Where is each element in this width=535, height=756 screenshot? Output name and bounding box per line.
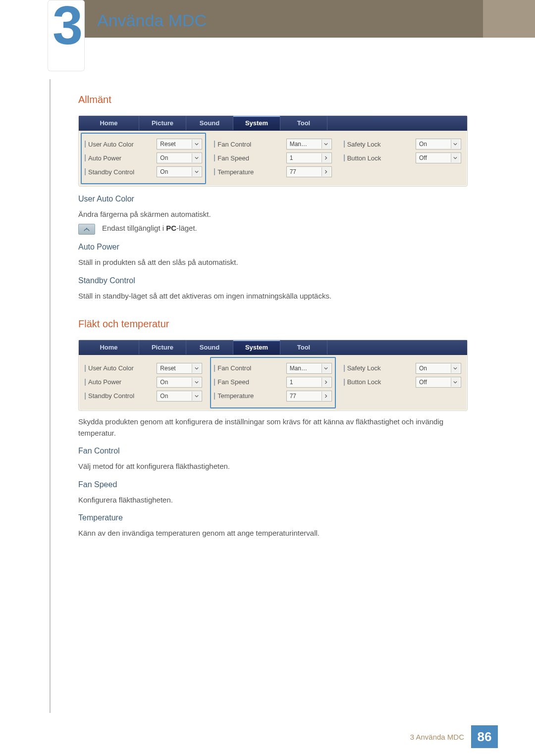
tab-picture[interactable]: Picture [139, 116, 186, 130]
safety-lock-value: On [419, 141, 427, 148]
svg-point-0 [86, 228, 87, 229]
temperature-stepper[interactable]: 77 [286, 391, 332, 402]
tab-home[interactable]: Home [79, 340, 139, 354]
label-user-auto-color: User Auto Color [85, 141, 134, 148]
label-auto-power: Auto Power [85, 154, 121, 162]
p-auto-power: Ställ in produkten så att den slås på au… [78, 256, 468, 268]
chevron-right-icon [321, 392, 330, 401]
temperature-stepper[interactable]: 77 [286, 166, 332, 177]
safety-lock-select[interactable]: On [416, 139, 461, 150]
col-fan: Fan ControlMan… Fan Speed1 Temperature77 [208, 131, 337, 186]
settings-panel-2: Home Picture Sound System Tool User Auto… [78, 340, 468, 411]
note-icon [78, 224, 95, 235]
label-temperature: Temperature [214, 168, 254, 176]
tab-picture[interactable]: Picture [139, 340, 186, 354]
tab-system[interactable]: System [233, 116, 280, 130]
temperature-value: 77 [290, 168, 296, 175]
col-general: User Auto ColorReset Auto PowerOn Standb… [79, 355, 208, 410]
tab-sound[interactable]: Sound [186, 340, 233, 354]
button-lock-select[interactable]: Off [416, 377, 461, 388]
tab-tool[interactable]: Tool [280, 340, 327, 354]
label-temperature: Temperature [214, 392, 254, 400]
tab-tool[interactable]: Tool [280, 116, 327, 130]
chapter-title-text: Använda MDC [97, 11, 207, 30]
user-auto-color-select[interactable]: Reset [157, 139, 202, 150]
caret-icon [451, 153, 460, 162]
note-text: Endast tillgängligt i PC-läget. [102, 224, 197, 232]
caret-icon [192, 140, 201, 149]
section-title-general: Allmänt [78, 94, 468, 105]
h-user-auto-color: User Auto Color [78, 195, 468, 203]
label-standby-control: Standby Control [85, 392, 134, 400]
label-standby-control: Standby Control [85, 168, 134, 176]
side-rule [50, 79, 51, 713]
auto-power-select[interactable]: On [157, 377, 202, 388]
button-lock-select[interactable]: Off [416, 152, 461, 163]
col-fan: Fan ControlMan… Fan Speed1 Temperature77 [210, 357, 335, 408]
page-number: 86 [471, 725, 498, 748]
user-auto-color-select[interactable]: Reset [157, 363, 202, 374]
tab-sound[interactable]: Sound [186, 116, 233, 130]
caret-icon [192, 364, 201, 373]
button-lock-value: Off [419, 154, 427, 161]
label-auto-power: Auto Power [85, 378, 121, 386]
h-fan-speed: Fan Speed [78, 480, 468, 489]
fan-control-select[interactable]: Man… [286, 139, 332, 150]
label-button-lock: Button Lock [344, 378, 381, 386]
p-user-auto-color: Ändra färgerna på skärmen automatiskt. [78, 208, 468, 220]
footer-text: 3 Använda MDC [410, 733, 464, 741]
col-general: User Auto ColorReset Auto PowerOn Standb… [81, 133, 206, 184]
p-fan-intro: Skydda produkten genom att konfigurera d… [78, 416, 468, 439]
chevron-right-icon [321, 167, 330, 176]
standby-control-value: On [160, 168, 168, 175]
standby-control-select[interactable]: On [157, 391, 202, 402]
standby-control-select[interactable]: On [157, 166, 202, 177]
label-fan-control: Fan Control [214, 141, 251, 148]
caret-icon [321, 140, 330, 149]
tabs-row: Home Picture Sound System Tool [79, 340, 467, 355]
chevron-right-icon [321, 153, 330, 162]
caret-icon [321, 364, 330, 373]
h-temperature: Temperature [78, 513, 468, 522]
caret-icon [451, 140, 460, 149]
safety-lock-select[interactable]: On [416, 363, 461, 374]
button-lock-value: Off [419, 379, 427, 386]
h-fan-control: Fan Control [78, 447, 468, 455]
settings-panel-1: Home Picture Sound System Tool User Auto… [78, 115, 468, 187]
h-standby-control: Standby Control [78, 276, 468, 285]
label-fan-speed: Fan Speed [214, 154, 249, 162]
p-temperature: Känn av den invändiga temperaturen genom… [78, 527, 468, 539]
footer: 3 Använda MDC 86 [0, 725, 535, 748]
header-cutout [0, 0, 50, 38]
col-locks: Safety LockOn Button LockOff [338, 131, 467, 186]
note-post: -läget. [176, 224, 197, 232]
safety-lock-value: On [419, 365, 427, 372]
fan-control-select[interactable]: Man… [286, 363, 332, 374]
fan-control-value: Man… [290, 141, 307, 148]
section-title-fan: Fläkt och temperatur [78, 318, 468, 330]
fan-speed-value: 1 [290, 154, 293, 161]
caret-icon [451, 364, 460, 373]
note-bold: PC [166, 224, 176, 232]
chapter-title: Använda MDC [97, 11, 207, 30]
tabs-row: Home Picture Sound System Tool [79, 116, 467, 131]
col-locks: Safety LockOn Button LockOff [338, 355, 467, 410]
chapter-number-box: 3 [48, 0, 85, 71]
fan-control-value: Man… [290, 365, 307, 372]
caret-icon [192, 167, 201, 176]
fan-speed-stepper[interactable]: 1 [286, 152, 332, 163]
tab-system[interactable]: System [233, 340, 280, 354]
auto-power-select[interactable]: On [157, 152, 202, 163]
standby-control-value: On [160, 393, 168, 400]
caret-icon [192, 153, 201, 162]
tab-home[interactable]: Home [79, 116, 139, 130]
header-accent [483, 0, 535, 38]
user-auto-color-value: Reset [160, 365, 175, 372]
label-fan-control: Fan Control [214, 364, 251, 372]
fan-speed-stepper[interactable]: 1 [286, 377, 332, 388]
p-standby-control: Ställ in standby-läget så att det aktive… [78, 290, 468, 302]
chevron-right-icon [321, 378, 330, 387]
chapter-number: 3 [53, 0, 80, 52]
label-safety-lock: Safety Lock [344, 141, 381, 148]
auto-power-value: On [160, 379, 168, 386]
